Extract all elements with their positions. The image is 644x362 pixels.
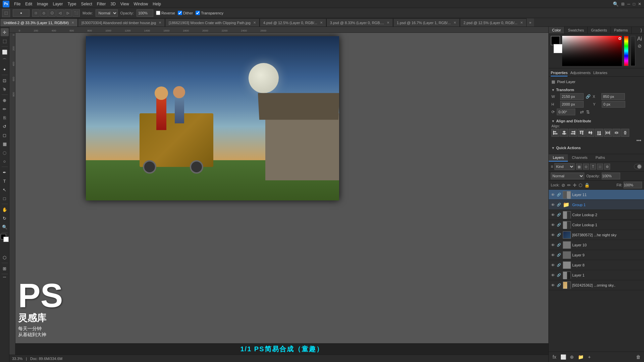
tab-swatches[interactable]: Swatches [565,27,588,34]
layer-link-layer1[interactable]: 🔗 [557,273,561,277]
tool-brush[interactable]: ✏ [1,105,9,113]
tool-eyedropper[interactable]: 🖰 [1,85,9,93]
tab-6[interactable]: 2.psd @ 12.5% (Layer 0, RGB/... ✕ [460,18,527,26]
layer-item-morningsky[interactable]: 👁 🔗 [502425362] ...orning sky.. [549,280,644,290]
add-mask-btn[interactable]: ⬜ [559,353,567,361]
distribute-v-btn[interactable] [621,129,629,137]
y-input[interactable] [602,101,625,108]
menu-help[interactable]: Help [153,2,161,6]
layer-filter-select[interactable]: Kind [554,163,575,170]
layer-link-layer11[interactable]: 🔗 [557,193,561,196]
layer-item-layer11[interactable]: 👁 🔗 Layer 11 [549,190,644,200]
color-swapper[interactable] [1,234,9,242]
add-adjustment-btn[interactable]: ⊕ [568,353,576,361]
layer-link-nightsky[interactable]: 🔗 [557,233,561,237]
tool-heal[interactable]: ⊕ [1,96,9,104]
background-color[interactable] [3,237,9,242]
tool-eraser[interactable]: ◻ [1,131,9,139]
brush-preset[interactable]: ● [13,9,30,17]
blend-mode-select[interactable]: Normal [551,173,584,179]
tool-quick-mask[interactable]: ⬡ [1,253,9,261]
shape-btn-2[interactable]: ◇ [40,9,48,17]
layer-vis-colorlookup1[interactable]: 👁 [550,223,555,227]
tab-1-close[interactable]: ✕ [159,21,161,24]
tab-gradients[interactable]: Gradients [588,27,611,34]
filter-adjustment-btn[interactable]: ⊙ [583,164,589,170]
tab-0[interactable]: Untitled-2 @ 33.3% (Layer 11, RGB/8#) ✕ [0,18,78,26]
shape-btn-5[interactable]: ▷ [64,9,72,17]
layer-vis-layer11[interactable]: 👁 [550,193,555,197]
align-center-h-btn[interactable] [560,129,568,137]
align-top-btn[interactable] [578,129,586,137]
tool-blur[interactable]: ◌ [1,148,9,157]
menu-3d[interactable]: 3D [110,2,115,6]
layer-item-layer9[interactable]: 👁 🔗 Layer 9 [549,250,644,260]
tool-hand[interactable]: ✋ [1,205,9,214]
layer-link-colorlookup1[interactable]: 🔗 [557,223,561,227]
transform-header[interactable]: ▼ Transform [551,88,641,92]
canvas-workspace[interactable]: PS 灵感库 每天一分钟 从基础到大神 1/1 PS简易合成（童趣） [15,33,548,355]
layer-vis-layer1[interactable]: 👁 [550,273,555,277]
distribute-h-btn[interactable] [604,129,612,137]
search-icon[interactable]: 🔍 [613,1,619,7]
prop-tab-properties[interactable]: Properties [551,70,568,76]
align-bottom-btn[interactable] [595,129,603,137]
align-right-btn[interactable] [569,129,577,137]
opacity-value-input[interactable] [602,173,620,179]
add-style-btn[interactable]: fx [551,353,558,361]
alpha-slider[interactable] [631,36,635,66]
tab-5-close[interactable]: ✕ [453,21,456,24]
tool-text[interactable]: T [1,177,9,185]
flip-h-btn[interactable]: ⇄ [580,109,584,115]
filter-pixel-btn[interactable]: ▦ [576,164,582,170]
tab-3-close[interactable]: ✕ [320,21,323,24]
menu-view[interactable]: View [120,2,129,6]
color-spectrum[interactable] [562,36,622,66]
reverse-checkbox[interactable] [156,11,160,15]
tool-crop[interactable]: ⊡ [1,76,9,84]
tool-lasso[interactable]: ⌒ [1,57,9,65]
tab-6-close[interactable]: ✕ [520,21,523,24]
tool-path-select[interactable]: ↖ [1,186,9,194]
transparency-checkbox[interactable] [196,11,200,15]
layer-vis-nightsky[interactable]: 👁 [550,233,555,237]
tool-dodge[interactable]: ○ [1,157,9,165]
align-middle-btn[interactable] [586,129,594,137]
angle-input[interactable] [557,109,575,115]
layer-item-colorlookup2[interactable]: 👁 🔗 Color Lookup 2 [549,210,644,220]
layer-item-layer8[interactable]: 👁 🔗 Layer 8 [549,260,644,270]
lock-position-btn[interactable]: ✛ [573,183,577,188]
h-input[interactable] [560,101,584,108]
new-layer-btn[interactable]: + [586,353,593,361]
hue-slider[interactable] [624,36,629,66]
prop-tab-adjustments[interactable]: Adjustments [570,70,591,76]
layers-tab-channels[interactable]: Channels [568,154,591,162]
menu-edit[interactable]: Edit [25,2,32,6]
tab-4[interactable]: 3.psd @ 8.33% (Layer 0, RGB.... ✕ [326,18,393,26]
layer-vis-colorlookup2[interactable]: 👁 [550,213,555,217]
menu-select[interactable]: Select [81,2,92,6]
reverse-checkbox-label[interactable]: Reverse [156,11,175,15]
tab-color[interactable]: Color [549,27,565,34]
menu-filter[interactable]: Filter [97,2,106,6]
layer-link-layer10[interactable]: 🔗 [557,243,561,247]
layer-vis-layer10[interactable]: 👁 [550,243,555,247]
layer-link-morningsky[interactable]: 🔗 [557,283,561,287]
layer-vis-layer8[interactable]: 👁 [550,263,555,267]
filter-toggle[interactable] [634,164,642,169]
align-header[interactable]: ▼ Align and Distribute [551,119,641,123]
layer-link-group1[interactable]: 🔗 [557,203,561,206]
opacity-input[interactable] [137,9,153,17]
layer-vis-layer9[interactable]: 👁 [550,253,555,257]
layer-vis-morningsky[interactable]: 👁 [550,283,555,287]
tool-pen[interactable]: ✒ [1,168,9,176]
workspace-switcher[interactable]: ⊞ [621,2,625,6]
tabs-overflow[interactable]: » [527,18,534,26]
layers-tab-layers[interactable]: Layers [549,154,568,162]
close-btn[interactable]: ✕ [638,2,641,6]
tab-4-close[interactable]: ✕ [387,21,389,24]
dither-checkbox-label[interactable]: Dither [178,11,193,15]
tab-5[interactable]: 1.psd @ 16.7% (Layer 1, RGB/... ✕ [393,18,460,26]
mode-select[interactable]: Normal [96,9,118,17]
tool-screen-mode[interactable]: ⊞ [1,264,9,273]
